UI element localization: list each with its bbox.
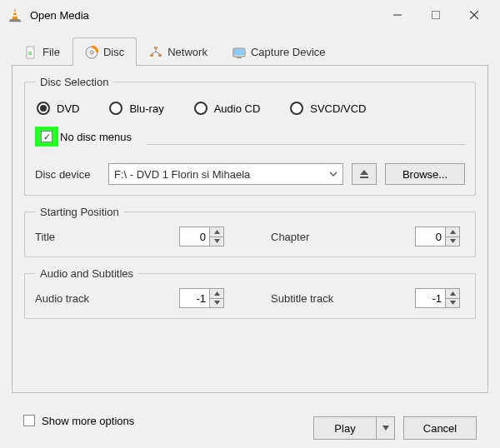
no-disc-menus-highlight <box>35 127 58 147</box>
svg-rect-13 <box>150 54 153 57</box>
svg-point-11 <box>90 51 93 54</box>
subtitle-track-spinner[interactable] <box>415 288 462 308</box>
close-button[interactable] <box>455 2 493 27</box>
radio-dvd-label: DVD <box>57 102 79 115</box>
svg-marker-26 <box>450 239 456 243</box>
no-disc-menus-label: No disc menus <box>60 131 132 143</box>
title-spinner[interactable] <box>179 226 226 246</box>
radio-dvd[interactable]: DVD <box>37 102 79 115</box>
chapter-label: Chapter <box>271 231 407 243</box>
footer-buttons: Play Cancel <box>313 401 477 440</box>
subtitle-track-input[interactable] <box>415 288 445 308</box>
title-input[interactable] <box>179 226 209 246</box>
svg-rect-14 <box>158 54 162 57</box>
disc-selection-legend: Disc Selection <box>35 76 113 88</box>
radio-dot-icon <box>109 102 122 115</box>
subtitle-spin-buttons <box>445 288 460 308</box>
svg-marker-30 <box>450 301 456 305</box>
tab-network-label: Network <box>168 46 208 58</box>
vlc-icon <box>7 7 23 23</box>
chevron-down-icon <box>382 426 389 431</box>
chapter-input[interactable] <box>415 226 445 246</box>
svg-marker-24 <box>214 239 220 243</box>
audio-subtitles-legend: Audio and Subtitles <box>35 267 138 280</box>
audio-spin-up[interactable] <box>209 288 224 298</box>
svg-rect-3 <box>432 12 440 19</box>
audio-track-label: Audio track <box>35 292 171 305</box>
radio-audiocd[interactable]: Audio CD <box>194 102 261 115</box>
svg-marker-31 <box>382 426 389 431</box>
svg-rect-0 <box>13 12 16 13</box>
chevron-down-icon <box>329 170 338 178</box>
radio-audiocd-label: Audio CD <box>214 102 261 115</box>
title-spin-down[interactable] <box>209 236 224 247</box>
chapter-spin-buttons <box>445 226 460 246</box>
radio-svcd-label: SVCD/VCD <box>310 102 366 115</box>
disc-device-row: Disc device F:\ - DVD 1 Florin si Mihael… <box>35 152 465 185</box>
chapter-spin-down[interactable] <box>445 236 460 247</box>
svg-marker-29 <box>450 291 456 296</box>
audio-spin-buttons <box>209 288 224 308</box>
audio-track-input[interactable] <box>179 288 209 308</box>
starting-position-group: Starting Position Title Chapter <box>24 206 476 257</box>
tab-disc[interactable]: Disc <box>72 37 137 66</box>
starting-position-legend: Starting Position <box>35 206 124 218</box>
file-icon <box>24 46 38 59</box>
title-label: Title <box>35 231 171 243</box>
tab-file-label: File <box>42 46 60 58</box>
subtitle-spin-up[interactable] <box>445 288 460 298</box>
no-disc-menus-checkbox[interactable] <box>41 131 52 142</box>
cancel-label: Cancel <box>423 422 457 435</box>
chapter-spin-up[interactable] <box>445 226 460 236</box>
disc-device-combo[interactable]: F:\ - DVD 1 Florin si Mihaela <box>108 163 343 185</box>
svg-marker-23 <box>214 230 220 234</box>
dialog-footer: Show more options Play Cancel <box>12 393 488 440</box>
tab-disc-label: Disc <box>103 46 124 58</box>
maximize-button[interactable] <box>417 2 455 27</box>
disc-icon <box>85 46 98 59</box>
radio-dot-icon <box>290 102 303 115</box>
title-spin-up[interactable] <box>209 226 224 236</box>
show-more-checkbox[interactable] <box>23 415 35 426</box>
svg-marker-27 <box>214 291 220 296</box>
show-more-options[interactable]: Show more options <box>23 415 134 427</box>
capture-icon <box>232 46 246 59</box>
play-dropdown-button[interactable] <box>377 416 395 440</box>
content-area: File Disc Network Capture Device Disc Se… <box>0 30 500 448</box>
disc-device-label: Disc device <box>35 168 100 181</box>
svg-marker-25 <box>450 230 456 234</box>
audio-spin-down[interactable] <box>209 298 224 309</box>
chapter-spinner[interactable] <box>415 226 462 246</box>
radio-bluray[interactable]: Blu-ray <box>109 102 163 115</box>
eject-icon <box>358 168 370 180</box>
svg-rect-20 <box>237 57 242 58</box>
divider <box>147 144 465 145</box>
tab-capture[interactable]: Capture Device <box>220 37 338 66</box>
audio-track-spinner[interactable] <box>179 288 226 308</box>
tab-file[interactable]: File <box>12 37 72 66</box>
browse-button[interactable]: Browse... <box>385 163 465 185</box>
svg-marker-21 <box>360 170 368 175</box>
svg-line-17 <box>156 52 160 54</box>
svg-rect-19 <box>234 49 244 55</box>
titlebar: Open Media <box>0 0 500 30</box>
svg-rect-12 <box>154 47 158 49</box>
window-title: Open Media <box>30 9 378 22</box>
eject-button[interactable] <box>352 163 377 185</box>
minimize-button[interactable] <box>378 2 417 27</box>
tab-network[interactable]: Network <box>137 37 220 66</box>
title-spin-buttons <box>209 226 224 246</box>
radio-svcd[interactable]: SVCD/VCD <box>290 102 366 115</box>
cancel-button[interactable]: Cancel <box>403 416 477 440</box>
play-button-group: Play <box>313 416 395 440</box>
disc-type-radios: DVD Blu-ray Audio CD SVCD/VCD <box>35 97 465 123</box>
network-icon <box>149 46 162 59</box>
tab-bar: File Disc Network Capture Device <box>12 37 488 65</box>
play-label: Play <box>334 422 355 435</box>
radio-dot-icon <box>194 102 208 115</box>
svg-line-16 <box>152 52 156 54</box>
subtitle-spin-down[interactable] <box>445 298 460 309</box>
svg-rect-1 <box>13 15 18 17</box>
play-button[interactable]: Play <box>313 416 377 440</box>
svg-marker-28 <box>214 301 220 305</box>
